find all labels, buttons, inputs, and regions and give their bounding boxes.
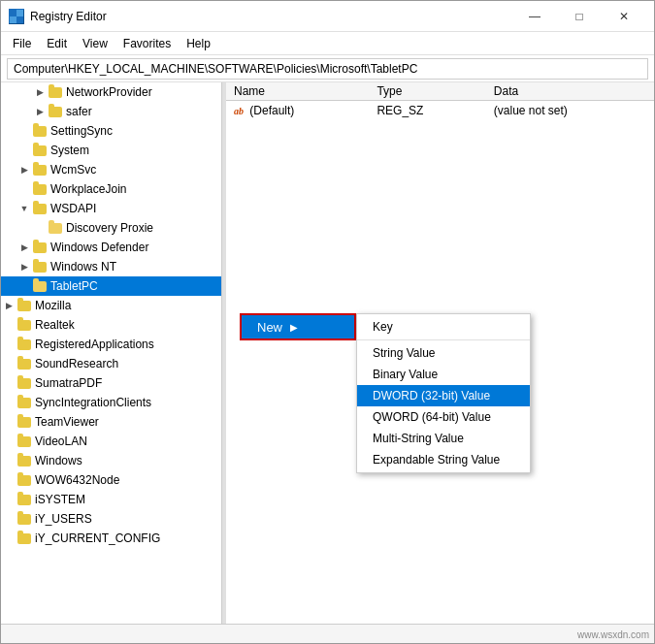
new-submenu-trigger[interactable]: New ▶ bbox=[240, 313, 356, 340]
expander-icon bbox=[32, 220, 48, 236]
submenu-expandable-value[interactable]: Expandable String Value bbox=[357, 449, 530, 470]
tree-item-iycurrentconfig[interactable]: iY_CURRENT_CONFIG bbox=[1, 529, 221, 548]
tree-label: VideoLAN bbox=[35, 435, 87, 448]
col-type: Type bbox=[369, 82, 485, 101]
tree-item-discoveryproxie[interactable]: Discovery Proxie bbox=[1, 218, 221, 238]
tree-item-syncintegration[interactable]: SyncIntegrationClients bbox=[1, 393, 221, 412]
tree-label: Windows bbox=[35, 454, 82, 467]
tree-label: iY_CURRENT_CONFIG bbox=[35, 531, 160, 545]
submenu-key[interactable]: Key bbox=[357, 316, 530, 338]
tree-item-system[interactable]: System bbox=[1, 141, 221, 160]
folder-icon bbox=[48, 85, 63, 99]
folder-icon bbox=[16, 299, 32, 312]
tree-label: SyncIntegrationClients bbox=[35, 396, 151, 409]
submenu-binary-value[interactable]: Binary Value bbox=[357, 364, 530, 385]
registry-editor-window: Registry Editor — □ ✕ File Edit View Fav… bbox=[0, 0, 655, 644]
expander-icon: ▶ bbox=[1, 298, 16, 313]
tree-item-safer[interactable]: ▶ safer bbox=[1, 102, 221, 121]
tree-label: iY_USERS bbox=[35, 512, 92, 526]
window-controls: — □ ✕ bbox=[512, 1, 646, 32]
title-bar: Registry Editor — □ ✕ bbox=[1, 1, 654, 32]
submenu-multistring-value[interactable]: Multi-String Value bbox=[357, 428, 530, 449]
tree-item-windowsnt[interactable]: ▶ Windows NT bbox=[1, 257, 221, 276]
tree-item-sumatrapdf[interactable]: SumatraPDF bbox=[1, 373, 221, 393]
tree-item-videolan[interactable]: VideoLAN bbox=[1, 432, 221, 451]
tree-item-realtek[interactable]: Realtek bbox=[1, 315, 221, 335]
tree-item-wcmsvc[interactable]: ▶ WcmSvc bbox=[1, 160, 221, 179]
folder-icon bbox=[16, 512, 32, 526]
menu-file[interactable]: File bbox=[5, 35, 39, 52]
submenu-dword-value[interactable]: DWORD (32-bit) Value bbox=[357, 385, 530, 406]
tree-label: WcmSvc bbox=[50, 163, 96, 177]
tree-label: TabletPC bbox=[50, 279, 98, 293]
folder-icon bbox=[32, 202, 48, 215]
folder-icon bbox=[32, 163, 48, 177]
tree-item-windefender[interactable]: ▶ Windows Defender bbox=[1, 238, 221, 257]
tree-item-teamviewer[interactable]: TeamViewer bbox=[1, 412, 221, 432]
tree-item-mozilla[interactable]: ▶ Mozilla bbox=[1, 296, 221, 315]
folder-icon bbox=[32, 279, 48, 293]
main-area: ▶ NetworkProvider ▶ safer SettingSync bbox=[1, 82, 654, 624]
tree-item-soundresearch[interactable]: SoundResearch bbox=[1, 354, 221, 373]
expander-icon: ▶ bbox=[32, 104, 48, 119]
expander-icon: ▶ bbox=[16, 162, 32, 177]
submenu: Key String Value Binary Value DWORD (32-… bbox=[356, 313, 531, 473]
tree-item-windows[interactable]: Windows bbox=[1, 451, 221, 470]
tree-item-iyusers[interactable]: iY_USERS bbox=[1, 509, 221, 529]
folder-icon bbox=[16, 454, 32, 467]
window-title: Registry Editor bbox=[30, 10, 512, 23]
table-row[interactable]: ab (Default) REG_SZ (value not set) bbox=[226, 101, 654, 120]
expander-icon bbox=[16, 278, 32, 294]
tree-label: WSDAPI bbox=[50, 202, 96, 215]
tree-label: SumatraPDF bbox=[35, 376, 102, 390]
menu-edit[interactable]: Edit bbox=[39, 35, 75, 52]
reg-data-cell: (value not set) bbox=[486, 101, 654, 120]
expander-icon bbox=[16, 143, 32, 158]
tree-item-networkprovider[interactable]: ▶ NetworkProvider bbox=[1, 82, 221, 102]
tree-label: safer bbox=[66, 105, 92, 118]
address-input[interactable] bbox=[7, 58, 648, 80]
expander-icon bbox=[1, 356, 16, 371]
status-bar bbox=[1, 624, 654, 643]
tree-pane[interactable]: ▶ NetworkProvider ▶ safer SettingSync bbox=[1, 82, 222, 624]
app-icon bbox=[9, 9, 24, 24]
tree-item-registeredapps[interactable]: RegisteredApplications bbox=[1, 335, 221, 354]
expander-icon: ▶ bbox=[16, 240, 32, 255]
menu-favorites[interactable]: Favorites bbox=[115, 35, 179, 52]
tree-label: Windows Defender bbox=[50, 241, 148, 254]
tree-item-wow6432[interactable]: WOW6432Node bbox=[1, 470, 221, 490]
folder-icon bbox=[32, 260, 48, 274]
submenu-string-value[interactable]: String Value bbox=[357, 342, 530, 364]
tree-label: WOW6432Node bbox=[35, 473, 119, 487]
folder-icon bbox=[16, 396, 32, 409]
folder-icon bbox=[48, 221, 63, 235]
tree-item-workplacejoin[interactable]: WorkplaceJoin bbox=[1, 179, 221, 199]
tree-label: iSYSTEM bbox=[35, 493, 85, 506]
tree-label: SoundResearch bbox=[35, 357, 118, 370]
folder-icon bbox=[16, 531, 32, 545]
svg-rect-0 bbox=[10, 10, 16, 16]
folder-icon bbox=[32, 241, 48, 254]
menu-help[interactable]: Help bbox=[179, 35, 218, 52]
tree-item-wsdapi[interactable]: ▼ WSDAPI bbox=[1, 199, 221, 218]
tree-item-settingsync[interactable]: SettingSync bbox=[1, 121, 221, 141]
expander-icon bbox=[1, 453, 16, 468]
close-button[interactable]: ✕ bbox=[602, 1, 646, 32]
tree-label: Discovery Proxie bbox=[66, 221, 153, 235]
expander-icon bbox=[1, 511, 16, 527]
right-pane: Name Type Data ab (Default) REG_SZ (valu… bbox=[226, 82, 654, 624]
expander-icon: ▶ bbox=[16, 259, 32, 274]
minimize-button[interactable]: — bbox=[512, 1, 557, 32]
expander-icon bbox=[1, 375, 16, 391]
expander-icon bbox=[1, 472, 16, 488]
tree-item-isystem[interactable]: iSYSTEM bbox=[1, 490, 221, 509]
svg-rect-1 bbox=[16, 10, 23, 16]
folder-icon bbox=[32, 182, 48, 196]
tree-item-tabletpc[interactable]: TabletPC bbox=[1, 276, 221, 296]
submenu-qword-value[interactable]: QWORD (64-bit) Value bbox=[357, 406, 530, 428]
submenu-arrow-icon: ▶ bbox=[290, 322, 298, 333]
maximize-button[interactable]: □ bbox=[557, 1, 602, 32]
menu-view[interactable]: View bbox=[75, 35, 115, 52]
tree-label: RegisteredApplications bbox=[35, 338, 154, 351]
expander-icon bbox=[1, 395, 16, 410]
